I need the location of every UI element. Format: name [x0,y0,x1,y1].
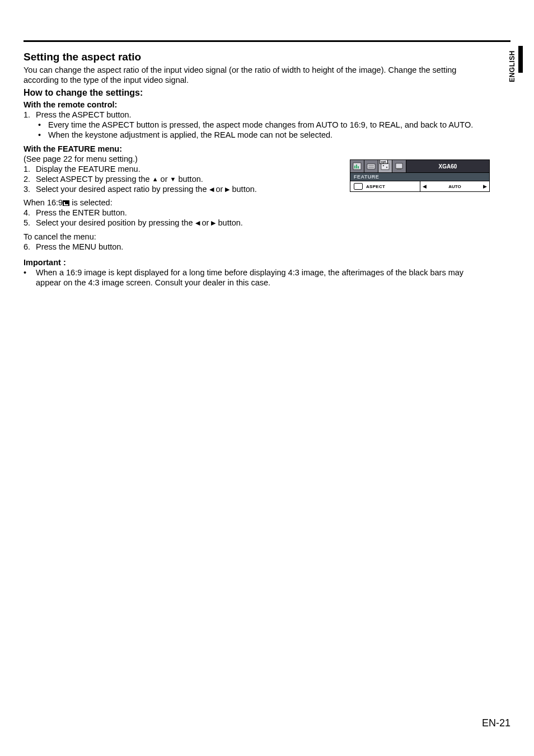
page-number: EN-21 [482,717,510,729]
text-fragment: or [214,185,226,194]
svg-point-9 [386,167,387,168]
text-fragment: or [200,218,212,227]
osd-setting-right: ◀ AUTO ▶ [420,181,489,191]
osd-tab-installation-icon [364,160,378,172]
language-tab: ENGLISH [508,50,518,106]
step-1: 1. Press the ASPECT button. [24,110,483,120]
when-169-line: When 16:9 is selected: [24,198,483,208]
osd-setting-left: ASPECT [350,181,420,191]
step-text: Press the ASPECT button. [36,110,132,120]
osd-tab-signal-icon [392,160,406,172]
down-triangle-icon: ▼ [170,176,176,184]
svg-rect-2 [356,165,357,168]
svg-rect-10 [396,163,402,168]
enter-icon [63,200,69,206]
osd-menu-figure: opt. XGA60 FEATURE ASPECT ◀ AUTO ▶ [350,159,490,192]
language-tab-label: ENGLISH [508,50,516,82]
osd-setting-label: ASPECT [366,184,385,189]
step-1-note-1: • Every time the ASPECT button is presse… [24,120,483,130]
step-text: Select your desired aspect ratio by pres… [36,184,257,194]
step-number: 5. [24,218,36,228]
important-note-1: • When a 16:9 image is kept displayed fo… [24,267,483,288]
text-fragment: Select ASPECT by pressing the [36,175,152,184]
step-text: Press the ENTER button. [36,208,127,218]
osd-resolution-label: XGA60 [406,160,489,172]
intro-text: You can change the aspect ratio of the i… [24,65,483,85]
osd-setting-value: AUTO [448,184,461,189]
left-triangle-icon: ◀ [209,186,214,194]
bullet-text: When a 16:9 image is kept displayed for … [36,267,483,288]
svg-rect-3 [358,166,359,168]
osd-tab-feature-icon: opt. [378,160,392,172]
text-fragment: Select your desired position by pressing… [36,218,195,227]
left-triangle-icon: ◀ [195,219,200,227]
step-text: Display the FEATURE menu. [36,164,140,174]
up-triangle-icon: ▲ [152,176,158,184]
bullet-text: Every time the ASPECT button is pressed,… [48,120,473,130]
aspect-icon [354,183,363,190]
osd-tab-opt-label: opt. [380,159,388,164]
cancel-menu-heading: To cancel the menu: [24,232,483,242]
step-number: 2. [24,174,36,184]
svg-rect-1 [354,166,355,168]
step-number: 1. [24,110,36,120]
step-number: 4. [24,208,36,218]
text-fragment: or [158,175,170,184]
text-fragment: button. [176,175,203,184]
step-number: 1. [24,164,36,174]
text-fragment: button. [216,218,242,227]
svg-rect-4 [367,164,375,169]
step-text: Press the MENU button. [36,242,123,252]
bullet: • [38,120,48,130]
language-tab-marker [518,46,523,73]
bullet: • [38,130,48,140]
svg-point-8 [383,165,384,166]
bullet-text: When the keystone adjustment is applied,… [48,130,332,140]
step-f6: 6. Press the MENU button. [24,242,483,252]
section-title: Setting the aspect ratio [24,50,483,64]
feature-menu-heading: With the FEATURE menu: [24,144,483,154]
step-f5: 5. Select your desired position by press… [24,218,483,228]
osd-setting-row: ASPECT ◀ AUTO ▶ [350,181,489,191]
text-fragment: is selected: [69,198,113,207]
remote-control-heading: With the remote control: [24,100,483,110]
osd-menu-name: FEATURE [350,173,489,181]
osd-tab-row: opt. XGA60 [350,160,489,173]
step-1-note-2: • When the keystone adjustment is applie… [24,130,483,140]
text-fragment: Select your desired aspect ratio by pres… [36,185,209,194]
osd-tab-image-icon [350,160,364,172]
text-fragment: button. [229,185,256,194]
step-f4: 4. Press the ENTER button. [24,208,483,218]
step-number: 6. [24,242,36,252]
important-heading: Important : [24,257,483,267]
top-rule [24,40,510,42]
step-text: Select ASPECT by pressing the ▲ or ▼ but… [36,174,203,184]
svg-rect-7 [381,163,389,170]
howto-heading: How to change the settings: [24,87,483,98]
bullet: • [24,267,36,288]
left-triangle-icon: ◀ [423,184,427,189]
text-fragment: When 16:9 [24,198,63,207]
right-triangle-icon: ▶ [483,184,487,189]
step-text: Select your desired position by pressing… [36,218,243,228]
svg-rect-11 [397,168,401,170]
step-number: 3. [24,184,36,194]
